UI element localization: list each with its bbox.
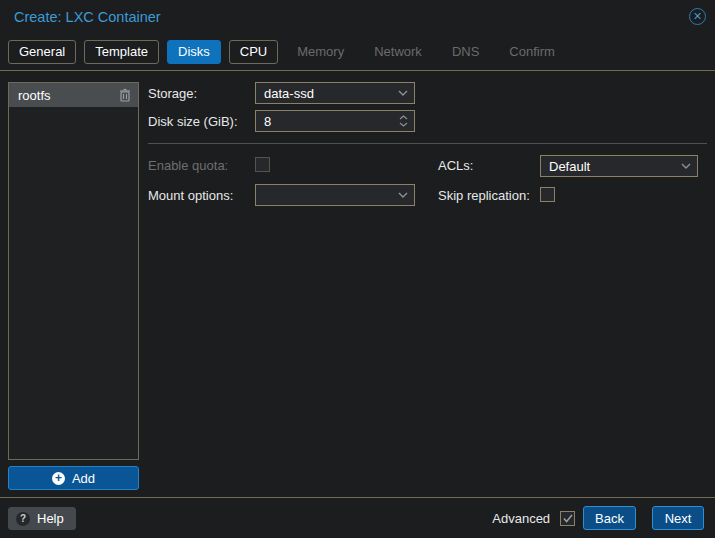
tab-disks[interactable]: Disks bbox=[167, 40, 221, 64]
tab-network: Network bbox=[363, 40, 433, 64]
header-divider bbox=[0, 70, 715, 71]
tab-template[interactable]: Template bbox=[84, 40, 159, 64]
check-icon bbox=[563, 514, 573, 523]
skip-replication-label: Skip replication: bbox=[438, 188, 530, 203]
trash-icon[interactable] bbox=[119, 88, 131, 102]
titlebar: Create: LXC Container ✕ bbox=[0, 0, 715, 34]
question-icon: ? bbox=[16, 512, 30, 526]
next-button[interactable]: Next bbox=[652, 506, 704, 530]
help-button-label: Help bbox=[37, 511, 64, 526]
tab-general[interactable]: General bbox=[8, 40, 76, 64]
tab-confirm: Confirm bbox=[498, 40, 566, 64]
storage-select[interactable]: data-ssd bbox=[255, 82, 415, 104]
tab-memory: Memory bbox=[286, 40, 355, 64]
disk-size-value: 8 bbox=[264, 114, 271, 129]
list-item-rootfs[interactable]: rootfs bbox=[9, 83, 138, 107]
chevron-down-icon bbox=[398, 90, 408, 96]
storage-label: Storage: bbox=[148, 86, 197, 101]
enable-quota-label: Enable quota: bbox=[148, 158, 228, 173]
mount-options-label: Mount options: bbox=[148, 188, 233, 203]
advanced-label: Advanced bbox=[492, 511, 550, 526]
footer: ? Help Advanced Back Next bbox=[0, 498, 715, 538]
acls-value: Default bbox=[549, 159, 681, 174]
help-button[interactable]: ? Help bbox=[8, 507, 76, 530]
mountpoint-label: rootfs bbox=[18, 88, 51, 103]
disk-size-label: Disk size (GiB): bbox=[148, 114, 238, 129]
acls-select[interactable]: Default bbox=[540, 155, 698, 177]
close-icon[interactable]: ✕ bbox=[689, 8, 706, 25]
add-button-label: Add bbox=[72, 471, 95, 486]
footer-actions: Advanced Back Next bbox=[492, 506, 704, 530]
create-lxc-container-dialog: { "window": { "title": "Create: LXC Cont… bbox=[0, 0, 715, 538]
chevron-down-icon bbox=[681, 163, 691, 169]
plus-icon: + bbox=[52, 472, 65, 485]
acls-label: ACLs: bbox=[438, 158, 473, 173]
tab-bar: General Template Disks CPU Memory Networ… bbox=[8, 40, 566, 64]
tab-cpu[interactable]: CPU bbox=[229, 40, 278, 64]
disk-size-input[interactable]: 8 bbox=[255, 110, 415, 132]
storage-value: data-ssd bbox=[264, 86, 398, 101]
tab-dns: DNS bbox=[441, 40, 490, 64]
add-button[interactable]: + Add bbox=[8, 466, 139, 490]
enable-quota-checkbox bbox=[255, 157, 270, 172]
spinner-arrows-icon[interactable] bbox=[399, 115, 408, 127]
dialog-title: Create: LXC Container bbox=[14, 9, 161, 25]
advanced-checkbox[interactable] bbox=[560, 511, 575, 526]
form-section-divider bbox=[148, 143, 707, 144]
skip-replication-checkbox[interactable] bbox=[540, 187, 555, 202]
chevron-down-icon bbox=[398, 192, 408, 198]
mountpoint-list: rootfs bbox=[8, 82, 139, 460]
mount-options-select[interactable] bbox=[255, 184, 415, 206]
back-button[interactable]: Back bbox=[583, 506, 636, 530]
